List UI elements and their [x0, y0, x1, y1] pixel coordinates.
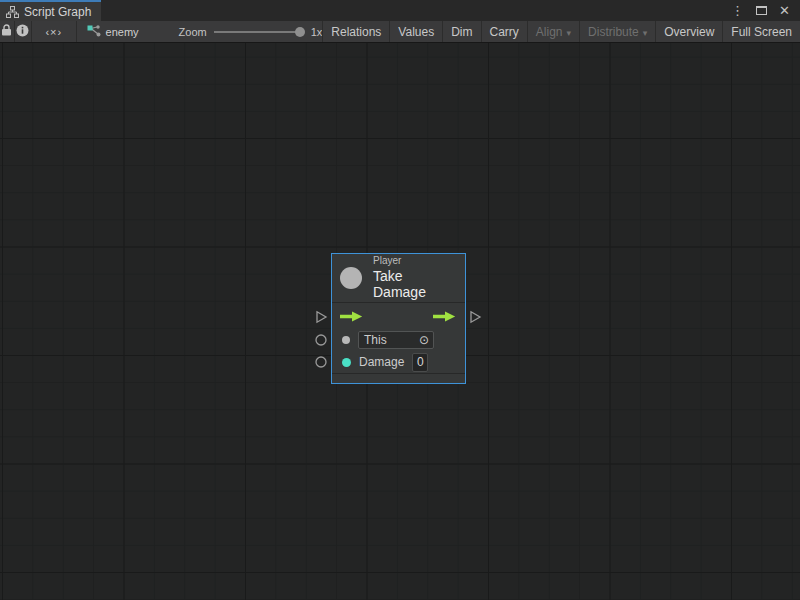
node-title: Take Damage [373, 268, 455, 300]
zoom-slider-handle[interactable] [295, 27, 305, 37]
graph-hierarchy-icon [6, 6, 19, 18]
graph-canvas[interactable]: Player Take Damage This ⊙ [0, 43, 800, 600]
lock-icon [1, 24, 12, 39]
this-object-field[interactable]: This ⊙ [358, 331, 434, 349]
flow-input-arrow-icon[interactable] [340, 310, 364, 323]
info-icon [16, 24, 29, 40]
zoom-control: Zoom 1x [179, 26, 323, 38]
external-flow-input-port[interactable] [315, 310, 328, 328]
zoom-value: 1x [311, 26, 323, 38]
align-dropdown[interactable]: Align ▾ [527, 21, 579, 42]
toolbar-buttons: Relations Values Dim Carry Align ▾ Distr… [322, 21, 800, 42]
full-screen-button[interactable]: Full Screen [722, 21, 800, 42]
node-take-damage[interactable]: Player Take Damage This ⊙ [331, 253, 466, 384]
damage-port-row: Damage 0 [332, 351, 465, 373]
values-button[interactable]: Values [389, 21, 442, 42]
relations-button[interactable]: Relations [322, 21, 389, 42]
window-controls: ⋮ ✕ [727, 0, 800, 21]
dim-button[interactable]: Dim [442, 21, 480, 42]
flow-output-arrow-icon[interactable] [433, 310, 457, 323]
graph-toolbar: ‹×› enemy Zoom 1x [0, 21, 800, 43]
script-graph-window: Script Graph ⋮ ✕ [0, 0, 800, 600]
tab-bar: Script Graph ⋮ ✕ [0, 0, 800, 21]
chevron-down-icon: ▾ [567, 28, 572, 38]
chevron-down-icon: ▾ [643, 28, 648, 38]
info-button[interactable] [15, 21, 32, 42]
graph-name: enemy [106, 26, 139, 38]
this-port-row: This ⊙ [332, 329, 465, 351]
graph-breadcrumb[interactable]: enemy [87, 25, 139, 39]
code-toggle-icon: ‹×› [45, 26, 62, 38]
node-header[interactable]: Player Take Damage [332, 254, 465, 303]
tab-script-graph[interactable]: Script Graph [0, 0, 101, 21]
node-titles: Player Take Damage [373, 255, 455, 300]
flow-port-row [332, 303, 465, 330]
zoom-label: Zoom [179, 26, 207, 38]
external-flow-output-port[interactable] [469, 310, 482, 328]
damage-port-dot[interactable] [342, 358, 351, 367]
distribute-dropdown[interactable]: Distribute ▾ [579, 21, 655, 42]
close-icon[interactable]: ✕ [775, 0, 794, 21]
graph-machine-icon [87, 25, 101, 39]
object-picker-icon[interactable]: ⊙ [419, 334, 429, 346]
damage-value-field[interactable]: 0 [412, 353, 428, 372]
node-footer [332, 373, 465, 383]
carry-button[interactable]: Carry [481, 21, 527, 42]
maximize-icon[interactable] [756, 6, 767, 15]
tab-title: Script Graph [24, 5, 91, 19]
this-field-label: This [364, 333, 387, 347]
lock-button[interactable] [0, 21, 15, 42]
player-unit-icon [340, 267, 362, 289]
zoom-slider-track [214, 31, 304, 33]
value-display-toggle[interactable]: ‹×› [32, 21, 77, 42]
zoom-slider[interactable] [214, 27, 304, 37]
external-this-port[interactable] [315, 332, 327, 350]
this-port-dot[interactable] [342, 336, 350, 344]
window-menu-icon[interactable]: ⋮ [727, 0, 748, 21]
overview-button[interactable]: Overview [655, 21, 722, 42]
external-damage-port[interactable] [315, 354, 327, 372]
damage-port-label: Damage [359, 355, 404, 369]
node-category: Player [373, 255, 455, 266]
